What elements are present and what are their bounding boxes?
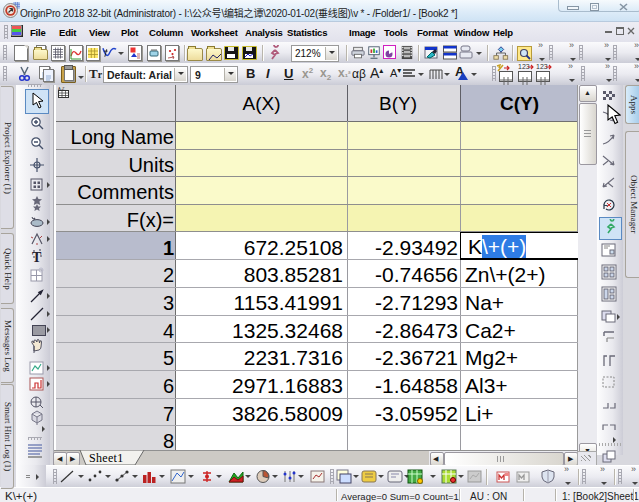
svg-text:A-Z: A-Z [58, 87, 65, 91]
